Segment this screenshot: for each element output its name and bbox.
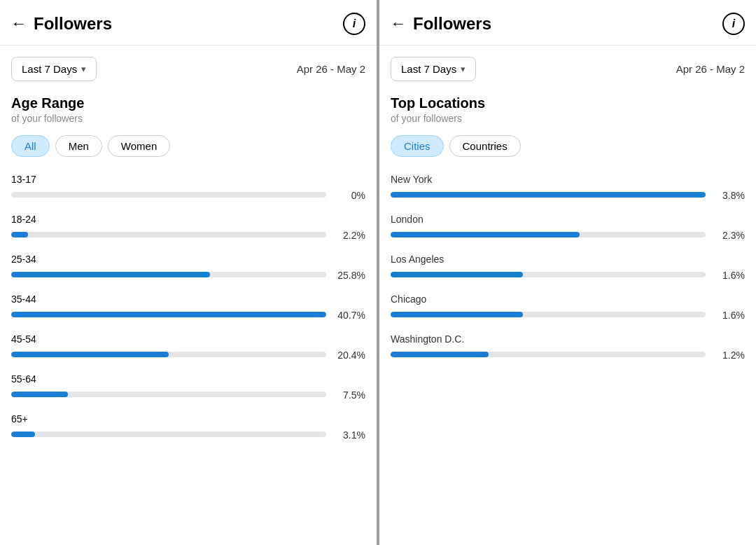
tab-men[interactable]: Men xyxy=(55,135,102,157)
age-bar-label: 35-44 xyxy=(11,294,365,305)
location-bar-pct: 1.2% xyxy=(711,350,745,361)
location-bar-fill xyxy=(391,312,523,317)
age-bar-pct: 2.2% xyxy=(332,230,365,241)
location-bar-pct: 2.3% xyxy=(711,230,745,241)
location-bar-container: 1.6% xyxy=(391,308,745,321)
right-chevron-icon: ▾ xyxy=(461,64,465,74)
location-bar-fill xyxy=(391,192,706,198)
age-bar-track xyxy=(11,312,326,317)
age-bar-label: 18-24 xyxy=(11,214,365,225)
age-bar-fill xyxy=(11,432,35,437)
left-section-subtitle: of your followers xyxy=(11,113,365,124)
right-tab-group: Cities Countries xyxy=(391,135,745,157)
location-city-label: London xyxy=(391,214,745,225)
left-section-title: Age Range xyxy=(11,95,365,111)
age-bar-track-wrap xyxy=(11,312,326,317)
left-header: ← Followers i xyxy=(0,0,377,46)
location-bar-row: Washington D.C. 1.2% xyxy=(391,333,745,361)
location-bar-track-wrap xyxy=(391,312,706,317)
location-city-label: Los Angeles xyxy=(391,254,745,265)
tab-cities[interactable]: Cities xyxy=(391,135,444,157)
age-bar-container: 20.4% xyxy=(11,348,365,361)
location-bar-fill xyxy=(391,272,523,277)
age-bar-row: 65+ 3.1% xyxy=(11,413,365,441)
location-bar-row: London 2.3% xyxy=(391,214,745,241)
location-bar-track xyxy=(391,232,706,237)
age-bar-pct: 40.7% xyxy=(332,310,365,321)
age-bar-track-wrap xyxy=(11,352,326,357)
left-panel: ← Followers i Last 7 Days ▾ Apr 26 - May… xyxy=(0,0,377,545)
left-tab-group: All Men Women xyxy=(11,135,365,157)
age-bar-container: 0% xyxy=(11,188,365,201)
location-bar-container: 1.2% xyxy=(391,348,745,361)
location-bar-fill xyxy=(391,232,580,237)
location-city-label: Chicago xyxy=(391,294,745,305)
age-bar-container: 25.8% xyxy=(11,268,365,281)
left-date-button[interactable]: Last 7 Days ▾ xyxy=(11,57,97,81)
age-bar-pct: 25.8% xyxy=(332,270,365,281)
location-bar-track-wrap xyxy=(391,352,706,357)
age-bar-track-wrap xyxy=(11,192,326,198)
left-content: Last 7 Days ▾ Apr 26 - May 2 Age Range o… xyxy=(0,46,377,545)
location-city-label: New York xyxy=(391,174,745,185)
age-bar-track xyxy=(11,232,326,237)
location-bar-pct: 3.8% xyxy=(711,190,745,201)
age-bar-pct: 20.4% xyxy=(332,350,365,361)
age-bar-fill xyxy=(11,272,210,277)
right-page-title: Followers xyxy=(413,14,491,34)
age-bar-label: 13-17 xyxy=(11,174,365,185)
age-bar-fill xyxy=(11,392,68,397)
age-bars-container: 13-17 0% 18-24 2.2% 25-34 xyxy=(11,174,365,441)
age-bar-track-wrap xyxy=(11,272,326,277)
left-date-row: Last 7 Days ▾ Apr 26 - May 2 xyxy=(11,57,365,81)
right-content: Last 7 Days ▾ Apr 26 - May 2 Top Locatio… xyxy=(379,46,756,545)
age-bar-label: 25-34 xyxy=(11,254,365,265)
tab-countries[interactable]: Countries xyxy=(449,135,521,157)
location-bar-row: Los Angeles 1.6% xyxy=(391,254,745,281)
age-bar-pct: 3.1% xyxy=(332,429,365,441)
age-bar-fill xyxy=(11,352,169,357)
age-bar-track-wrap xyxy=(11,392,326,397)
right-date-range: Apr 26 - May 2 xyxy=(676,63,745,75)
tab-women[interactable]: Women xyxy=(108,135,170,157)
location-bar-track xyxy=(391,272,706,277)
age-bar-fill xyxy=(11,312,326,317)
location-bar-row: Chicago 1.6% xyxy=(391,294,745,321)
age-bar-track xyxy=(11,192,326,198)
age-bar-pct: 0% xyxy=(332,190,365,201)
location-bar-row: New York 3.8% xyxy=(391,174,745,201)
age-bar-track-wrap xyxy=(11,232,326,237)
age-bar-row: 25-34 25.8% xyxy=(11,254,365,281)
left-info-button[interactable]: i xyxy=(343,13,365,35)
age-bar-row: 55-64 7.5% xyxy=(11,373,365,401)
right-section-title: Top Locations xyxy=(391,95,745,111)
left-back-button[interactable]: ← xyxy=(11,15,27,33)
age-bar-label: 55-64 xyxy=(11,373,365,385)
age-bar-label: 65+ xyxy=(11,413,365,425)
right-date-button[interactable]: Last 7 Days ▾ xyxy=(391,57,476,81)
age-bar-track xyxy=(11,272,326,277)
age-bar-container: 7.5% xyxy=(11,388,365,401)
age-bar-row: 45-54 20.4% xyxy=(11,333,365,361)
location-bar-fill xyxy=(391,352,489,357)
age-bar-track xyxy=(11,352,326,357)
right-back-button[interactable]: ← xyxy=(391,15,406,33)
age-bar-container: 3.1% xyxy=(11,428,365,441)
age-bar-container: 2.2% xyxy=(11,228,365,241)
location-bars-container: New York 3.8% London 2.3% Los Angeles xyxy=(391,174,745,361)
tab-all[interactable]: All xyxy=(11,135,50,157)
location-bar-pct: 1.6% xyxy=(711,310,745,321)
location-bar-track-wrap xyxy=(391,272,706,277)
left-chevron-icon: ▾ xyxy=(81,64,86,74)
location-bar-container: 1.6% xyxy=(391,268,745,281)
right-date-label: Last 7 Days xyxy=(401,63,456,75)
right-info-button[interactable]: i xyxy=(722,13,745,35)
age-bar-fill xyxy=(11,232,28,237)
age-bar-track xyxy=(11,392,326,397)
age-bar-label: 45-54 xyxy=(11,333,365,345)
age-bar-row: 18-24 2.2% xyxy=(11,214,365,241)
right-section-subtitle: of your followers xyxy=(391,113,745,124)
right-panel: ← Followers i Last 7 Days ▾ Apr 26 - May… xyxy=(379,0,756,545)
location-bar-track xyxy=(391,312,706,317)
age-bar-track xyxy=(11,432,326,437)
